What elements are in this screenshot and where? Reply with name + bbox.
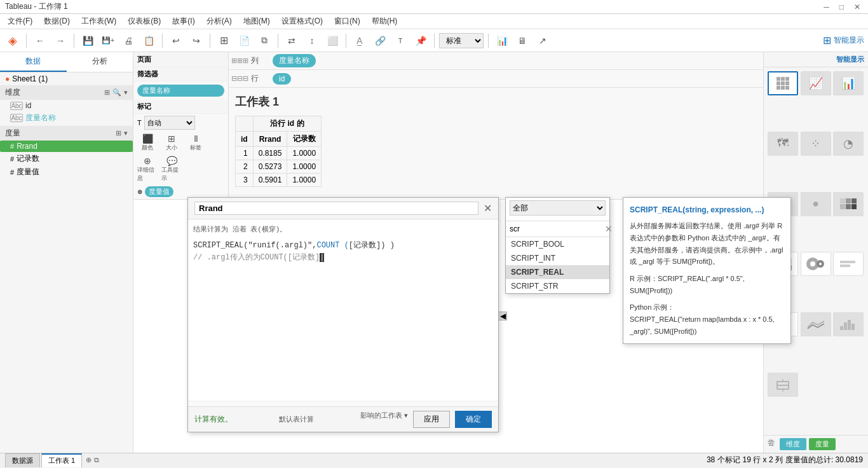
chevron-icon[interactable]: ▾ [124,88,128,97]
search-icon[interactable]: 🔍 [112,88,121,97]
new-dash-button[interactable]: ⧉ [255,32,273,50]
back-button[interactable]: ← [31,32,49,50]
maximize-button[interactable]: □ [837,3,846,11]
chart-bar-v[interactable]: 📊 [833,71,864,95]
filter-measure-name-pill[interactable]: 度量名称 [137,85,224,97]
chart-box[interactable] [768,373,798,397]
menu-story[interactable]: 故事(I) [167,15,200,28]
link-btn[interactable]: 🔗 [371,32,389,50]
scroll-left-arrow[interactable]: ◀ [498,312,507,320]
chart-pie[interactable]: ◔ [833,132,864,156]
formula-info-line: 结果计算为 沿着 表(横穿)。 [193,224,493,236]
menu-file[interactable]: 文件(F) [3,15,37,28]
duplicate-sheet-icon[interactable]: ⧉ [94,456,99,464]
chart-text-table[interactable] [768,71,798,95]
save-button[interactable]: 💾 [79,32,97,50]
new-ds-button[interactable]: ⊞ [215,32,233,50]
chart-histogram[interactable] [833,312,864,336]
sort-button[interactable]: ↕ [303,32,321,50]
menu-dashboard[interactable]: 仪表板(B) [123,15,166,28]
tooltip-marks-btn[interactable]: 💬 工具提示 [161,156,182,182]
close-button[interactable]: ✕ [851,3,863,11]
smart-display-btn[interactable]: ⊞ 智能显示 [823,34,864,46]
field-record-count[interactable]: # 记录数 [0,152,133,165]
search-result-script-bool[interactable]: SCRIPT_BOOL [506,237,609,251]
grid-icon[interactable]: ⊞ [104,88,110,97]
hash-icon-measure-value: # [10,169,14,176]
menu-window[interactable]: 窗口(N) [329,15,365,28]
measure-chevron-icon[interactable]: ▾ [124,129,128,137]
detail-btn[interactable]: ⊕ 详细信息 [137,156,158,182]
field-measure-value[interactable]: # 度量值 [0,165,133,179]
menu-analysis[interactable]: 分析(A) [201,15,237,28]
redo-button[interactable]: ↪ [187,32,205,50]
new-ws-button[interactable]: 📄 [235,32,253,50]
dialog-close-button[interactable]: ✕ [484,202,492,214]
highlight-btn[interactable]: A̲ [351,32,369,50]
sheet-item[interactable]: ● Sheet1 (1) [0,72,133,85]
swap-button[interactable]: ⇄ [283,32,301,50]
chart-side-bar[interactable] [833,252,864,276]
dialog-header: ✕ [188,198,498,219]
formula-name-input[interactable] [194,202,478,215]
size-btn[interactable]: ⊞ 大小 [161,134,182,152]
datasource-tab[interactable]: 数据源 [5,453,40,467]
chart-line[interactable]: 📈 [801,71,831,95]
rows-id-pill[interactable]: id [273,73,291,85]
menu-worksheet[interactable]: 工作表(W) [76,15,121,28]
label-btn[interactable]: Ⅱ 标签 [186,134,206,152]
marks-buttons-row: ⬛ 颜色 ⊞ 大小 Ⅱ 标签 [133,132,228,154]
worksheet-tab[interactable]: 工作表 1 [41,453,82,467]
add-sheet-icon[interactable]: ⊕ [86,456,92,464]
chart-btn[interactable]: 📊 [493,32,511,50]
standard-dropdown[interactable]: 标准 [439,33,484,48]
chart-bubble[interactable]: ● [801,192,831,216]
menu-format[interactable]: 设置格式(O) [276,15,328,28]
search-result-script-int[interactable]: SCRIPT_INT [506,251,609,265]
tab-data[interactable]: 数据 [0,52,67,72]
tab-analysis[interactable]: 分析 [67,52,133,72]
ok-button[interactable]: 确定 [455,411,492,428]
chart-circle[interactable] [801,252,831,276]
search-result-script-str[interactable]: SCRIPT_STR [506,279,609,293]
forward-button[interactable]: → [51,32,69,50]
measure-grid-icon[interactable]: ⊞ [116,129,121,137]
field-measure-name[interactable]: Abc 度量名称 [0,111,133,125]
pin-btn[interactable]: 📌 [412,32,430,50]
menu-data[interactable]: 数据(D) [39,15,75,28]
menu-help[interactable]: 帮助(H) [367,15,403,28]
try-measure-btn[interactable]: 度量 [809,438,836,450]
search-input[interactable] [510,224,605,233]
columns-measure-name-pill[interactable]: 度量名称 [273,54,316,67]
print-button[interactable]: 🖨 [119,32,137,50]
color-btn[interactable]: ⬛ 颜色 [137,134,158,152]
search-category-dropdown[interactable]: 全部 [510,200,606,216]
measure-value-pill[interactable]: 度量值 [145,186,173,197]
share-btn[interactable]: ↗ [534,32,552,50]
label-icon: Ⅱ [194,134,198,144]
save-as-button[interactable]: 💾+ [99,32,117,50]
smart-display-header: 智能显示 [764,52,868,67]
fit-button[interactable]: ⬜ [323,32,341,50]
apply-button[interactable]: 应用 [413,411,450,428]
marks-type-dropdown[interactable]: 自动 [144,116,195,130]
minimize-button[interactable]: ─ [821,3,832,11]
menu-map[interactable]: 地图(M) [238,15,275,28]
copy-button[interactable]: 📋 [140,32,158,50]
chart-map[interactable]: 🗺 [768,132,798,156]
formula-editor[interactable]: 结果计算为 沿着 表(横穿)。 SCRIPT_REAL("runif(.argl… [188,219,498,401]
tooltip-btn[interactable]: T [391,32,409,50]
cell-rrand-1: 0.8185 [253,147,287,160]
search-clear-icon[interactable]: ✕ [605,224,613,234]
svg-rect-5 [840,261,855,263]
chart-heat[interactable] [833,192,864,216]
search-result-script-real[interactable]: SCRIPT_REAL [506,265,609,279]
chart-dual-line[interactable] [801,312,831,336]
field-rrand[interactable]: # Rrand ▾ [0,141,133,152]
undo-button[interactable]: ↩ [167,32,185,50]
device-btn[interactable]: 🖥 [513,32,531,50]
field-id[interactable]: Abc id [0,100,133,111]
chart-scatter[interactable]: ⁘ [801,132,831,156]
tableau-logo-btn[interactable]: ◈ [4,32,22,50]
try-dimension-btn[interactable]: 维度 [780,438,806,450]
